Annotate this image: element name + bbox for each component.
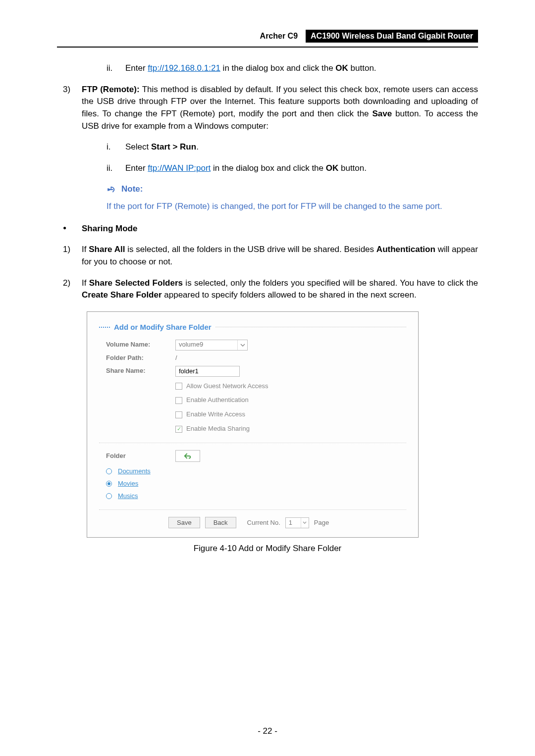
separator bbox=[99, 443, 406, 443]
media-sharing-row: ✓ Enable Media Sharing bbox=[99, 424, 406, 434]
text: Enter bbox=[125, 163, 148, 173]
item-1: 1) If Share All is selected, all the fol… bbox=[57, 244, 478, 268]
text: button. bbox=[338, 163, 367, 173]
share-all-bold: Share All bbox=[89, 245, 125, 254]
title-line-icon bbox=[215, 327, 406, 327]
path-label: Folder Path: bbox=[106, 353, 175, 363]
note-heading: Note: bbox=[57, 183, 478, 196]
text: Select bbox=[125, 142, 151, 151]
chevron-down-icon bbox=[301, 518, 309, 528]
authentication-checkbox[interactable] bbox=[175, 397, 182, 404]
folder-back-button[interactable] bbox=[175, 450, 200, 462]
item-2: 2) If Share Selected Folders is selected… bbox=[57, 277, 478, 302]
text: in the dialog box and click the bbox=[211, 163, 325, 173]
chevron-down-icon bbox=[237, 340, 247, 350]
folder-header-row: Folder bbox=[99, 450, 406, 462]
dialog-footer: Save Back Current No. 1 Page bbox=[99, 517, 406, 528]
guest-access-label: Allow Guest Network Access bbox=[186, 382, 268, 391]
page-value: 1 bbox=[289, 518, 292, 528]
marker-2: 2) bbox=[57, 277, 82, 290]
ftp-remote-bold: FTP (Remote): bbox=[82, 85, 140, 94]
share-selected-bold: Share Selected Folders bbox=[89, 278, 183, 288]
musics-link[interactable]: Musics bbox=[118, 492, 138, 501]
page-number: - 22 - bbox=[0, 726, 535, 736]
guest-access-checkbox[interactable] bbox=[175, 383, 182, 390]
current-no-label: Current No. bbox=[247, 518, 280, 528]
text: button. bbox=[348, 63, 376, 73]
pointer-icon bbox=[107, 186, 117, 194]
marker-ii: ii. bbox=[107, 62, 125, 75]
text: . bbox=[196, 142, 199, 151]
sub-item-ii-1: ii. Enter ftp://192.168.0.1:21 in the di… bbox=[57, 62, 478, 75]
figure-caption: Figure 4-10 Add or Modify Share Folder bbox=[57, 543, 478, 555]
musics-radio[interactable] bbox=[106, 493, 112, 499]
guest-access-row: Allow Guest Network Access bbox=[99, 382, 406, 391]
doc-header: Archer C9 AC1900 Wireless Dual Band Giga… bbox=[57, 30, 478, 43]
volume-row: Volume Name: volume9 bbox=[99, 340, 406, 351]
note-body: If the port for FTP (Remote) is changed,… bbox=[57, 201, 478, 213]
folder-header-label: Folder bbox=[106, 452, 175, 461]
folder-item-movies[interactable]: Movies bbox=[99, 479, 406, 489]
create-share-folder-bold: Create Share Folder bbox=[82, 290, 162, 300]
volume-label: Volume Name: bbox=[106, 340, 175, 350]
text: If bbox=[82, 245, 89, 254]
share-name-label: Share Name: bbox=[106, 366, 175, 376]
ftp-local-link[interactable]: ftp://192.168.0.1:21 bbox=[148, 63, 220, 73]
path-value: / bbox=[175, 353, 406, 363]
share-name-input[interactable] bbox=[175, 366, 240, 377]
marker-ii-2: ii. bbox=[107, 162, 125, 175]
text: Enter bbox=[125, 63, 148, 73]
document-content: ii. Enter ftp://192.168.0.1:21 in the di… bbox=[57, 62, 478, 555]
start-run-bold: Start > Run bbox=[151, 142, 196, 151]
header-rule bbox=[57, 47, 478, 48]
authentication-bold: Authentication bbox=[376, 245, 435, 254]
save-bold: Save bbox=[372, 109, 392, 118]
text: is selected, only the folders you specif… bbox=[183, 278, 478, 288]
back-button[interactable]: Back bbox=[205, 517, 236, 528]
media-sharing-label: Enable Media Sharing bbox=[186, 424, 250, 434]
movies-link[interactable]: Movies bbox=[118, 479, 138, 489]
ftp-wan-link[interactable]: ftp://WAN IP:port bbox=[148, 163, 211, 173]
dialog-title: Add or Modify Share Folder bbox=[114, 322, 212, 333]
bullet-sharing-mode: Sharing Mode bbox=[57, 223, 478, 235]
bullet-icon bbox=[57, 223, 82, 234]
volume-select[interactable]: volume9 bbox=[175, 340, 248, 351]
ok-bold-2: OK bbox=[326, 163, 339, 173]
separator-2 bbox=[99, 509, 406, 510]
marker-1: 1) bbox=[57, 244, 82, 256]
media-sharing-checkbox[interactable]: ✓ bbox=[175, 426, 182, 433]
write-access-checkbox[interactable] bbox=[175, 411, 182, 418]
path-row: Folder Path: / bbox=[99, 353, 406, 363]
back-arrow-icon bbox=[183, 453, 192, 459]
text: is selected, all the folders in the USB … bbox=[125, 245, 376, 254]
authentication-label: Enable Authentication bbox=[186, 396, 249, 405]
note-label: Note: bbox=[121, 183, 143, 196]
share-folder-dialog: Add or Modify Share Folder Volume Name: … bbox=[87, 311, 419, 538]
save-button[interactable]: Save bbox=[168, 517, 200, 528]
page-label: Page bbox=[314, 518, 329, 528]
write-access-row: Enable Write Access bbox=[99, 410, 406, 419]
sub-item-i: i. Select Start > Run. bbox=[57, 141, 478, 153]
marker-i: i. bbox=[107, 141, 125, 153]
item-3: 3) FTP (Remote): This method is disabled… bbox=[57, 84, 478, 133]
sharing-mode-heading: Sharing Mode bbox=[82, 223, 137, 235]
movies-radio[interactable] bbox=[106, 481, 112, 487]
volume-value: volume9 bbox=[179, 340, 203, 350]
text: If bbox=[82, 278, 89, 288]
write-access-label: Enable Write Access bbox=[186, 410, 245, 419]
dialog-title-row: Add or Modify Share Folder bbox=[99, 322, 406, 333]
marker-3: 3) bbox=[57, 84, 82, 96]
documents-radio[interactable] bbox=[106, 468, 112, 474]
documents-link[interactable]: Documents bbox=[118, 467, 151, 476]
authentication-row: Enable Authentication bbox=[99, 396, 406, 405]
header-model: Archer C9 bbox=[260, 30, 303, 43]
text: appeared to specify folders allowed to b… bbox=[162, 290, 417, 300]
title-dots-icon bbox=[99, 327, 110, 328]
ok-bold: OK bbox=[335, 63, 348, 73]
folder-item-documents[interactable]: Documents bbox=[99, 467, 406, 476]
text: in the dialog box and click the bbox=[220, 63, 335, 73]
share-name-row: Share Name: bbox=[99, 366, 406, 377]
folder-item-musics[interactable]: Musics bbox=[99, 492, 406, 501]
page-select[interactable]: 1 bbox=[285, 517, 309, 528]
header-product: AC1900 Wireless Dual Band Gigabit Router bbox=[306, 30, 478, 43]
